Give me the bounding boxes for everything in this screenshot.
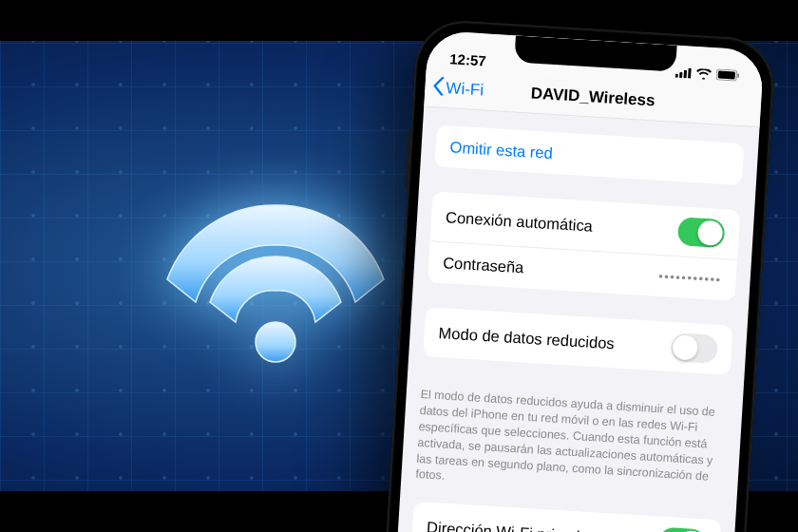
wifi-status-icon <box>696 68 712 80</box>
cellular-signal-icon <box>675 66 693 78</box>
status-time: 12:57 <box>449 50 486 68</box>
private-address-toggle[interactable] <box>658 527 707 532</box>
group-forget: Omitir esta red <box>434 124 744 185</box>
low-data-row[interactable]: Modo de datos reducidos <box>423 307 733 375</box>
svg-point-0 <box>256 322 295 362</box>
group-connection: Conexión automática Contraseña •••••••••… <box>428 191 740 301</box>
iphone-screen: 12:57 Wi-Fi DAVID_Wireless <box>393 30 765 532</box>
private-address-row[interactable]: Dirección Wi-Fi privada <box>411 502 722 532</box>
settings-content[interactable]: Omitir esta red Conexión automática Cont… <box>397 107 760 532</box>
svg-rect-3 <box>684 69 688 78</box>
low-data-label: Modo de datos reducidos <box>438 324 615 352</box>
group-private-address: Dirección Wi-Fi privada <box>411 502 722 532</box>
group-low-data: Modo de datos reducidos <box>423 307 733 375</box>
password-value-masked: ••••••••••• <box>658 269 722 287</box>
svg-rect-1 <box>675 73 678 77</box>
iphone-frame: 12:57 Wi-Fi DAVID_Wireless <box>381 18 776 532</box>
forget-network-button[interactable]: Omitir esta red <box>434 124 744 185</box>
chevron-left-icon <box>432 76 446 101</box>
wifi-icon <box>133 142 418 428</box>
auto-join-label: Conexión automática <box>446 208 594 235</box>
svg-rect-6 <box>718 70 735 79</box>
back-label: Wi-Fi <box>446 79 484 100</box>
low-data-footer: El modo de datos reducidos ayuda a dismi… <box>401 380 743 503</box>
auto-join-toggle[interactable] <box>677 217 726 248</box>
svg-rect-4 <box>688 67 692 78</box>
private-address-label: Dirección Wi-Fi privada <box>427 518 589 532</box>
password-label: Contraseña <box>443 254 524 276</box>
forget-network-label: Omitir esta red <box>449 138 553 162</box>
back-button[interactable]: Wi-Fi <box>432 76 484 103</box>
svg-rect-2 <box>679 71 682 77</box>
low-data-toggle[interactable] <box>670 332 718 364</box>
svg-rect-7 <box>737 74 739 78</box>
battery-icon <box>715 68 740 82</box>
